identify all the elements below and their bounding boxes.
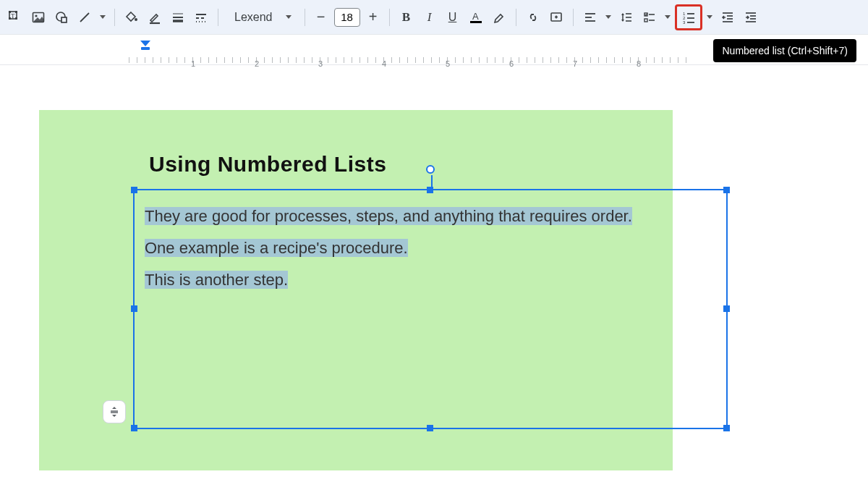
ruler-mark: 4 <box>382 59 386 68</box>
numbered-list-tooltip: Numbered list (Ctrl+Shift+7) <box>713 39 856 62</box>
resize-handle[interactable] <box>723 305 730 312</box>
fill-color-icon[interactable] <box>121 6 142 29</box>
separator <box>389 9 390 26</box>
italic-button[interactable]: I <box>419 6 441 29</box>
ruler-mark: 1 <box>191 59 195 68</box>
resize-handle[interactable] <box>427 425 433 431</box>
line-icon[interactable] <box>74 6 95 29</box>
toolbar: T Lexend − + B I U A <box>0 0 868 35</box>
numbered-list-dropdown[interactable] <box>704 6 715 29</box>
resize-handle[interactable] <box>131 187 137 193</box>
resize-handle[interactable] <box>723 187 730 193</box>
increase-indent-button[interactable] <box>740 6 762 29</box>
autofit-button[interactable] <box>103 400 126 423</box>
highlight-color-button[interactable] <box>488 6 510 29</box>
slide[interactable]: Using Numbered Lists They are good for p… <box>39 110 673 470</box>
svg-line-10 <box>80 13 89 22</box>
border-color-icon[interactable] <box>144 6 166 29</box>
svg-rect-9 <box>61 17 67 22</box>
slide-title[interactable]: Using Numbered Lists <box>149 152 386 177</box>
rotate-handle[interactable] <box>426 165 435 174</box>
line-spacing-button[interactable] <box>616 6 637 29</box>
increase-font-button[interactable]: + <box>363 7 383 28</box>
svg-point-7 <box>35 14 37 17</box>
text-line: One example is a recipe's procedure. <box>145 232 718 264</box>
ruler-mark: 6 <box>509 59 514 68</box>
comment-button[interactable] <box>545 6 567 29</box>
svg-text:A: A <box>472 11 479 22</box>
svg-rect-4 <box>15 17 17 20</box>
select-tool-icon[interactable]: T <box>4 6 26 29</box>
text-line: This is another step. <box>145 264 718 296</box>
resize-handle[interactable] <box>723 425 730 431</box>
text-line: They are good for processes, steps, and … <box>145 200 718 232</box>
checklist-button[interactable] <box>639 6 660 29</box>
resize-handle[interactable] <box>427 187 433 193</box>
chevron-down-icon <box>286 15 292 19</box>
link-button[interactable] <box>522 6 544 29</box>
svg-rect-20 <box>470 21 482 23</box>
ruler-mark: 2 <box>255 59 259 68</box>
text-box[interactable]: They are good for processes, steps, and … <box>133 189 728 429</box>
text-box-content[interactable]: They are good for processes, steps, and … <box>135 190 726 296</box>
line-dropdown[interactable] <box>97 6 109 29</box>
separator <box>516 9 516 26</box>
shape-icon[interactable] <box>51 6 72 29</box>
svg-rect-33 <box>644 19 647 22</box>
ruler-mark: 3 <box>318 59 323 68</box>
font-select[interactable]: Lexend <box>224 6 299 29</box>
text-color-button[interactable]: A <box>465 6 487 29</box>
bold-button[interactable]: B <box>396 6 417 29</box>
numbered-list-button[interactable]: 123 <box>675 4 702 30</box>
align-button[interactable] <box>579 6 601 29</box>
align-dropdown[interactable] <box>603 6 614 29</box>
border-dash-icon[interactable] <box>190 6 212 29</box>
separator <box>573 9 574 26</box>
svg-text:T: T <box>11 12 15 20</box>
image-icon[interactable] <box>27 6 49 29</box>
svg-point-11 <box>135 18 137 21</box>
font-name: Lexend <box>234 11 273 24</box>
font-size-input[interactable] <box>334 8 360 27</box>
decrease-font-button[interactable]: − <box>311 7 331 28</box>
separator <box>218 9 218 26</box>
slide-stage[interactable]: Using Numbered Lists They are good for p… <box>0 72 868 490</box>
separator <box>114 9 115 26</box>
border-weight-icon[interactable] <box>167 6 189 29</box>
ruler-mark: 8 <box>637 59 641 68</box>
resize-handle[interactable] <box>131 305 137 312</box>
font-size-group: − + <box>311 7 383 28</box>
ruler-mark: 5 <box>446 59 450 68</box>
checklist-dropdown[interactable] <box>662 6 673 29</box>
svg-rect-2 <box>15 11 17 13</box>
underline-button[interactable]: U <box>442 6 464 29</box>
separator <box>305 9 305 26</box>
ruler-mark: 7 <box>573 59 577 68</box>
decrease-indent-button[interactable] <box>717 6 739 29</box>
resize-handle[interactable] <box>131 425 137 431</box>
svg-text:3: 3 <box>683 20 686 24</box>
